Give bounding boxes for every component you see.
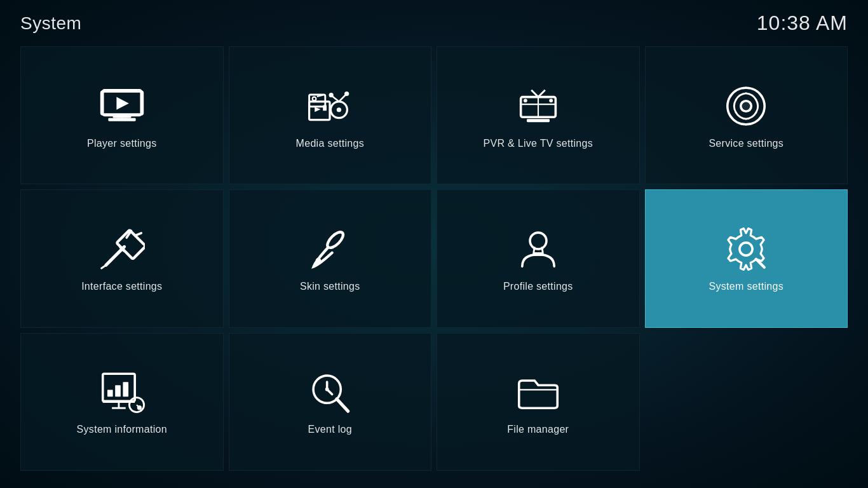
tile-service-settings[interactable]: Service settings (645, 46, 848, 184)
svg-point-57 (325, 388, 329, 391)
settings-grid: Player settings Media settings (0, 41, 868, 484)
svg-rect-47 (107, 390, 113, 397)
svg-marker-7 (315, 107, 320, 112)
svg-line-39 (542, 247, 543, 252)
svg-point-41 (740, 243, 752, 255)
skin-settings-label: Skin settings (300, 281, 360, 292)
profile-settings-icon (515, 226, 561, 272)
svg-point-37 (530, 233, 546, 249)
tile-profile-settings[interactable]: Profile settings (437, 189, 640, 327)
system-information-icon (99, 369, 145, 415)
tile-player-settings[interactable]: Player settings (20, 46, 224, 184)
svg-point-24 (524, 98, 527, 102)
svg-rect-4 (108, 118, 135, 121)
system-settings-icon (723, 226, 769, 272)
svg-line-38 (534, 247, 534, 252)
svg-line-14 (339, 95, 346, 102)
svg-point-10 (313, 97, 316, 100)
media-settings-label: Media settings (296, 138, 364, 149)
svg-line-16 (332, 96, 339, 102)
svg-point-27 (742, 102, 750, 110)
player-settings-label: Player settings (87, 138, 156, 149)
svg-point-36 (316, 258, 322, 264)
media-settings-icon (307, 83, 353, 129)
file-manager-label: File manager (507, 424, 569, 435)
service-settings-label: Service settings (709, 138, 783, 149)
profile-settings-label: Profile settings (503, 281, 573, 292)
tile-pvr-settings[interactable]: PVR & Live TV settings (437, 46, 640, 184)
pvr-settings-label: PVR & Live TV settings (483, 138, 593, 149)
svg-point-17 (329, 93, 334, 97)
svg-line-29 (106, 261, 111, 265)
svg-line-34 (135, 233, 141, 236)
tile-system-information[interactable]: System information (20, 333, 224, 471)
svg-rect-48 (115, 386, 121, 397)
svg-line-56 (337, 399, 348, 411)
interface-settings-icon (99, 226, 145, 272)
svg-point-15 (344, 92, 349, 96)
tile-system-settings[interactable]: System settings (645, 189, 848, 327)
system-information-label: System information (77, 424, 167, 435)
svg-rect-23 (527, 119, 550, 122)
svg-point-25 (549, 98, 553, 102)
svg-point-13 (337, 107, 341, 112)
svg-rect-49 (123, 382, 128, 396)
system-settings-label: System settings (709, 281, 783, 292)
tile-interface-settings[interactable]: Interface settings (20, 189, 224, 327)
svg-rect-40 (532, 252, 543, 256)
svg-rect-6 (309, 101, 330, 119)
event-log-icon (307, 369, 353, 415)
pvr-settings-icon (515, 83, 561, 129)
interface-settings-label: Interface settings (81, 281, 162, 292)
svg-line-30 (101, 265, 105, 268)
skin-settings-icon (307, 226, 353, 272)
svg-line-52 (137, 405, 139, 407)
event-log-label: Event log (308, 424, 352, 435)
tile-event-log[interactable]: Event log (229, 333, 432, 471)
svg-marker-2 (116, 97, 128, 109)
tile-empty (645, 333, 848, 471)
page-title: System (20, 13, 81, 34)
service-settings-icon (723, 83, 769, 129)
tile-skin-settings[interactable]: Skin settings (229, 189, 432, 327)
file-manager-icon (515, 369, 561, 415)
tile-file-manager[interactable]: File manager (437, 333, 640, 471)
tile-media-settings[interactable]: Media settings (229, 46, 432, 184)
clock: 10:38 AM (757, 11, 848, 35)
player-settings-icon (99, 83, 145, 129)
